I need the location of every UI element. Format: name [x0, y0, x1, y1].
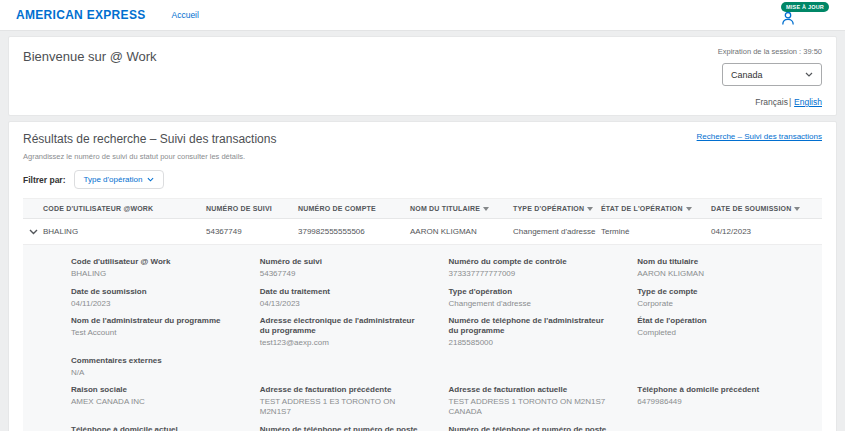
cell-operation-state: Terminé	[601, 219, 711, 244]
table-header-row: CODE D'UTILISATEUR @WORK NUMÉRO DE SUIVI…	[23, 198, 822, 219]
nav-accueil-link[interactable]: Accueil	[172, 10, 199, 20]
results-subtitle: Agrandissez le numéro de suivi du statut…	[23, 152, 822, 161]
language-switcher: Français|English	[755, 97, 822, 107]
col-numero-compte: NUMÉRO DE COMPTE	[298, 199, 410, 218]
detail-field: Adresse de facturation précédenteTEST AD…	[260, 385, 431, 416]
col-numero-suivi: NUMÉRO DE SUIVI	[206, 199, 298, 218]
sort-caret-icon	[587, 207, 593, 211]
col-code-utilisateur: CODE D'UTILISATEUR @WORK	[43, 199, 206, 218]
row-detail-panel: Code d'utilisateur @ WorkBHALING Numéro …	[23, 245, 822, 431]
detail-field: Raison socialeAMEX CANADA INC	[71, 385, 242, 416]
country-select[interactable]: Canada	[722, 63, 822, 86]
cell-operation-type: Changement d'adresse	[513, 219, 601, 244]
detail-field: Code d'utilisateur @ WorkBHALING	[71, 257, 242, 279]
chevron-down-icon	[147, 177, 154, 182]
profile-area: MISE À JOUR	[781, 1, 829, 29]
detail-field: Nom de l'administrateur du programmeTest…	[71, 316, 242, 348]
col-type-operation[interactable]: TYPE D'OPÉRATION	[513, 199, 601, 218]
col-nom-titulaire[interactable]: NOM DU TITULAIRE	[410, 199, 513, 218]
cell-code: BHALING	[43, 219, 206, 244]
results-card: Résultats de recherche – Suivi des trans…	[8, 121, 837, 431]
detail-field: Téléphone à domicile actuel6479986448	[71, 425, 242, 431]
detail-field: Nom du titulaireAARON KLIGMAN	[637, 257, 808, 279]
col-date-soumission[interactable]: DATE DE SOUMISSION	[711, 199, 822, 218]
detail-field: Numéro de téléphone de l'administrateur …	[449, 316, 620, 348]
lang-francais-label: Français	[755, 97, 788, 107]
search-tracking-link[interactable]: Recherche – Suivi des transactions	[697, 132, 822, 141]
detail-field: État de l'opérationCompleted	[637, 316, 808, 348]
detail-field: Date du traitement04/13/2023	[260, 287, 431, 309]
chevron-down-icon	[805, 72, 813, 77]
top-header: AMERICAN EXPRESS Accueil MISE À JOUR	[0, 0, 845, 31]
transactions-table: CODE D'UTILISATEUR @WORK NUMÉRO DE SUIVI…	[23, 198, 822, 431]
detail-field: Type d'opérationChangement d'adresse	[449, 287, 620, 309]
amex-logo: AMERICAN EXPRESS	[16, 8, 146, 22]
cell-tracking: 54367749	[206, 219, 298, 244]
cell-account: 379982555555506	[298, 219, 410, 244]
filter-label: Filtrer par:	[23, 175, 66, 185]
filter-bar: Filtrer par: Type d'opération	[23, 170, 822, 189]
detail-field: Adresse électronique de l'administrateur…	[260, 316, 431, 348]
detail-field: Numéro de téléphone et numéro de poste a…	[449, 425, 620, 431]
detail-field: Type de compteCorporate	[637, 287, 808, 309]
lang-english-link[interactable]: English	[794, 97, 822, 107]
detail-field: Téléphone à domicile précédent6479986449	[637, 385, 808, 416]
detail-field: Date de soumission04/11/2023	[71, 287, 242, 309]
detail-field: Numéro de suivi54367749	[260, 257, 431, 279]
sort-caret-icon	[483, 207, 489, 211]
cell-holder: AARON KLIGMAN	[410, 219, 513, 244]
filter-type-operation-dropdown[interactable]: Type d'opération	[74, 170, 165, 189]
expander-header-cell	[23, 203, 43, 215]
lang-separator: |	[789, 97, 791, 107]
welcome-right-panel: Expiration de la session : 39:50 Canada …	[718, 47, 822, 107]
detail-field: Numéro de téléphone et numéro de poste p…	[260, 425, 431, 431]
detail-field: Numéro du compte de contrôle373337777777…	[449, 257, 620, 279]
detail-field: Commentaires externesN/A	[71, 356, 242, 378]
session-expiry-text: Expiration de la session : 39:50	[718, 47, 822, 56]
table-row: BHALING 54367749 379982555555506 AARON K…	[23, 219, 822, 245]
detail-field: Adresse de facturation actuelleTEST ADDR…	[449, 385, 620, 416]
welcome-title: Bienvenue sur @ Work	[23, 47, 157, 107]
welcome-card: Bienvenue sur @ Work Expiration de la se…	[8, 36, 837, 116]
user-icon[interactable]	[781, 11, 795, 26]
results-title: Résultats de recherche – Suivi des trans…	[23, 132, 276, 146]
sort-caret-icon	[686, 207, 692, 211]
filter-dropdown-value: Type d'opération	[84, 175, 143, 184]
col-etat-operation[interactable]: ÉTAT DE L'OPÉRATION	[601, 199, 711, 218]
update-badge[interactable]: MISE À JOUR	[781, 2, 829, 12]
country-select-value: Canada	[731, 70, 763, 80]
cell-submission-date: 04/12/2023	[711, 219, 822, 244]
sort-caret-icon	[794, 207, 800, 211]
row-expander-chevron-icon[interactable]	[23, 229, 43, 235]
